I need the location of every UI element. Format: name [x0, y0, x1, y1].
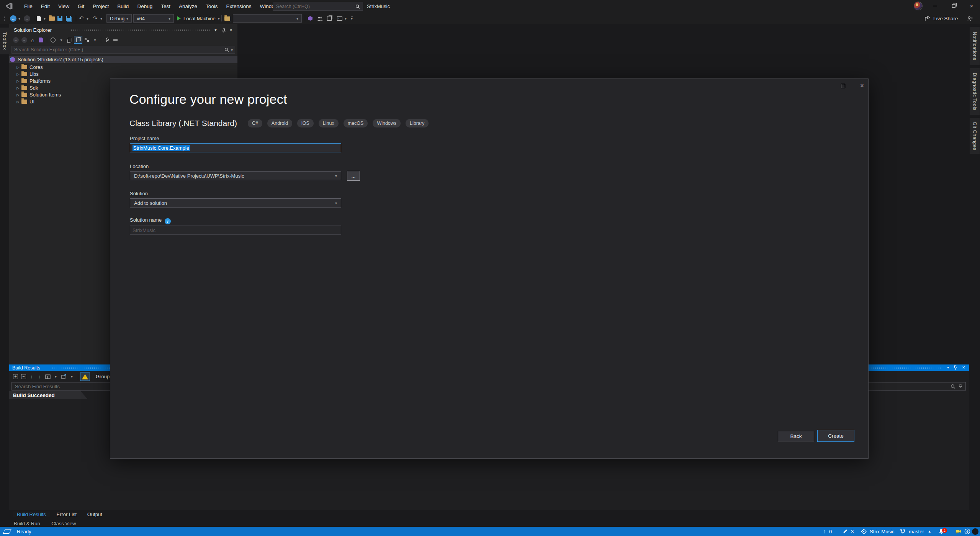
open-in-vs-icon[interactable]	[308, 14, 312, 23]
filter-caret-icon[interactable]: ▾	[57, 36, 65, 44]
open-in-new-window-icon[interactable]	[60, 373, 68, 381]
undo-caret[interactable]: ▾	[87, 14, 88, 23]
scope-caret-icon[interactable]: ▾	[91, 36, 99, 44]
project-name-input[interactable]: StrixMusic.Core.Example	[130, 143, 341, 152]
solution-explorer-search-box[interactable]: ▾	[11, 46, 235, 54]
properties-wrench-icon[interactable]	[103, 36, 111, 44]
expand-all-icon[interactable]: +	[11, 373, 20, 381]
notifications-bell-button[interactable]: 2	[938, 527, 944, 536]
solution-dropdown[interactable]: Add to solution ▾	[130, 198, 341, 208]
tab-class-view[interactable]: Class View	[47, 521, 80, 526]
terminal-caret[interactable]: ▾	[345, 14, 347, 23]
location-dropdown[interactable]: D:\soft-repo\Dev\Native Projects\UWP\Str…	[130, 171, 341, 180]
dialog-close-button[interactable]: ×	[856, 81, 868, 90]
live-share-button[interactable]: Live Share	[925, 14, 958, 23]
platform-dropdown[interactable]: x64▾	[133, 14, 174, 23]
preview-selected-items-icon[interactable]	[111, 36, 119, 44]
back-button[interactable]: Back	[778, 431, 814, 441]
tree-folder-cores[interactable]: ▷Cores	[9, 64, 237, 71]
menu-item-view[interactable]: View	[54, 0, 74, 13]
toolbar-grip[interactable]	[4, 15, 5, 21]
navigate-back-caret[interactable]: ▾	[18, 14, 20, 23]
menu-item-file[interactable]: File	[20, 0, 37, 13]
git-changes-vertical-tab[interactable]: Git Changes	[970, 118, 980, 154]
pending-edits-button[interactable]: 3	[843, 527, 854, 536]
branch-button[interactable]: master ▲	[900, 527, 931, 536]
undo-icon[interactable]: ↶	[79, 14, 84, 23]
menu-item-git[interactable]: Git	[74, 0, 88, 13]
minimize-button[interactable]	[927, 0, 944, 11]
redo-icon[interactable]: ↷	[93, 14, 98, 23]
menu-item-extensions[interactable]: Extensions	[222, 0, 256, 13]
pin-icon[interactable]	[953, 365, 957, 370]
close-panel-icon[interactable]: ×	[227, 27, 234, 33]
menu-item-build[interactable]: Build	[113, 0, 133, 13]
show-all-files-icon[interactable]	[74, 36, 82, 44]
quick-search-box[interactable]	[273, 2, 363, 11]
next-result-icon[interactable]: ↓	[36, 373, 44, 381]
menu-item-test[interactable]: Test	[157, 0, 175, 13]
sync-with-active-document-icon[interactable]	[37, 36, 45, 44]
toolbar-overflow-button[interactable]: ▾	[351, 14, 353, 23]
menu-item-project[interactable]: Project	[88, 0, 113, 13]
tab-error-list[interactable]: Error List	[53, 511, 81, 517]
menu-item-edit[interactable]: Edit	[37, 0, 54, 13]
updates-available-icon[interactable]	[964, 527, 970, 536]
solution-explorer-titlebar[interactable]: Solution Explorer ▾ ×	[9, 25, 237, 34]
columns-caret[interactable]: ▾	[52, 373, 60, 381]
signed-in-account[interactable]: StrixMusic	[367, 0, 390, 13]
notifications-vertical-tab[interactable]: Notifications	[970, 27, 980, 65]
home-icon[interactable]: ⌂	[28, 36, 37, 44]
new-project-icon[interactable]	[37, 14, 41, 23]
open-caret[interactable]: ▾	[68, 373, 76, 381]
configuration-dropdown[interactable]: Debug▾	[106, 14, 132, 23]
pending-changes-filter-icon[interactable]	[49, 36, 57, 44]
tree-folder-libs[interactable]: ▷Libs	[9, 70, 237, 78]
menu-item-debug[interactable]: Debug	[133, 0, 157, 13]
save-all-icon[interactable]	[66, 14, 71, 23]
window-position-caret-icon[interactable]: ▾	[212, 28, 219, 33]
forward-icon[interactable]: →	[20, 36, 28, 44]
menu-item-tools[interactable]: Tools	[201, 0, 222, 13]
window-layout-icon[interactable]	[327, 14, 332, 23]
diagnostic-tools-vertical-tab[interactable]: Diagnostic Tools	[970, 68, 980, 115]
quick-search-input[interactable]	[273, 4, 355, 9]
save-icon[interactable]	[57, 14, 62, 23]
open-file-icon[interactable]	[49, 14, 55, 23]
close-panel-icon[interactable]: ×	[962, 364, 965, 370]
info-icon[interactable]: i	[165, 218, 171, 224]
navigate-back-button[interactable]: ←	[10, 14, 16, 23]
pin-icon[interactable]	[222, 28, 226, 33]
tab-build-and-run[interactable]: Build & Run	[10, 521, 44, 526]
show-warnings-toggle[interactable]	[80, 373, 90, 381]
new-project-caret[interactable]: ▾	[44, 14, 46, 23]
previous-result-icon[interactable]: ↑	[28, 373, 36, 381]
debug-target-dropdown[interactable]: ▾	[233, 14, 302, 23]
keep-results-pin-icon[interactable]	[959, 384, 962, 389]
restore-button[interactable]	[945, 0, 962, 11]
back-icon[interactable]: ←	[11, 36, 20, 44]
menu-item-analyze[interactable]: Analyze	[175, 0, 201, 13]
search-options-caret[interactable]: ▾	[231, 48, 233, 52]
browse-location-button[interactable]: ...	[347, 171, 360, 181]
send-feedback-icon[interactable]	[955, 527, 961, 536]
navigate-forward-button[interactable]: →	[24, 14, 30, 23]
columns-icon[interactable]	[44, 373, 52, 381]
tab-build-results[interactable]: Build Results	[13, 511, 50, 517]
attach-to-process-icon[interactable]	[224, 14, 231, 23]
close-button[interactable]: ×	[963, 0, 980, 11]
window-position-caret-icon[interactable]: ▾	[947, 365, 949, 369]
terminal-icon[interactable]: ›_	[337, 14, 342, 23]
background-tasks-icon[interactable]	[4, 527, 10, 536]
collapse-all-icon[interactable]: −	[20, 373, 28, 381]
live-share-participants-icon[interactable]	[967, 14, 973, 23]
redo-caret[interactable]: ▾	[100, 14, 102, 23]
collapse-all-icon[interactable]	[65, 36, 74, 44]
start-debug-button[interactable]: Local Machine ▾	[177, 14, 220, 23]
avatar[interactable]	[914, 2, 923, 10]
feedback-people-icon[interactable]	[317, 14, 323, 23]
repository-button[interactable]: Strix-Music	[861, 527, 894, 536]
view-scope-icon[interactable]	[82, 36, 91, 44]
outgoing-commits-button[interactable]: ↑ 0	[823, 527, 832, 536]
create-button[interactable]: Create	[817, 430, 854, 442]
